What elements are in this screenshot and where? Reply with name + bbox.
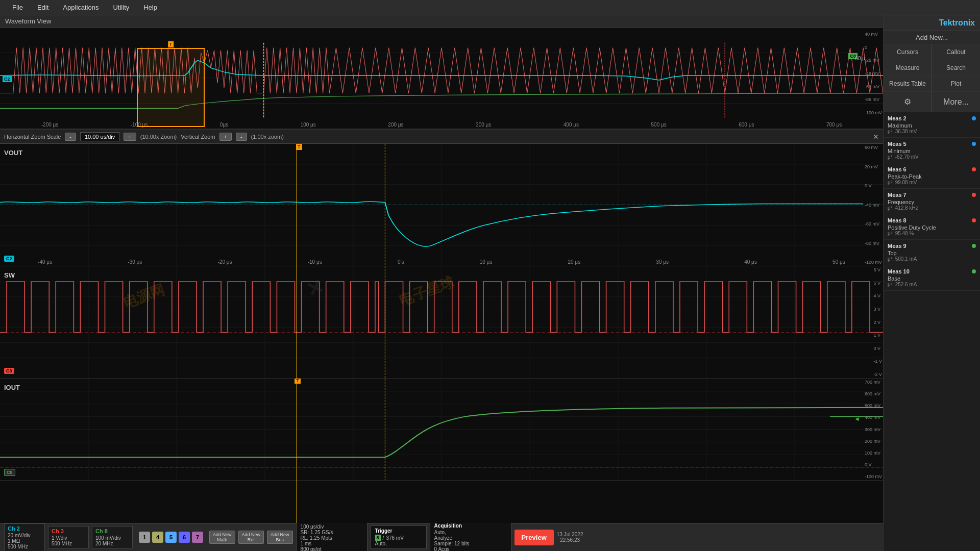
h-scale-increase[interactable]: + bbox=[124, 133, 136, 141]
meas10-title: Meas 10 bbox=[888, 268, 910, 274]
vout-channel-panel: VOUT C2 -40 μs-30 μs-20 μs-10 μs0's 10 μ… bbox=[0, 144, 883, 266]
measurements-list: Meas 2 Maximum μ²: 36.38 mV Meas 5 Minim… bbox=[884, 112, 980, 291]
more-button[interactable]: More... bbox=[932, 92, 980, 112]
datetime-display: 13 Jul 2022 22:56:23 bbox=[557, 532, 583, 543]
ch8-name: Ch 8 bbox=[95, 528, 129, 534]
meas2-item[interactable]: Meas 2 Maximum μ²: 36.38 mV bbox=[884, 112, 980, 138]
overview-time-axis: -200 μs -100 μs 0μs 100 μs 200 μs 300 μs… bbox=[0, 122, 883, 128]
ch1-square[interactable]: 1 bbox=[139, 532, 150, 543]
acquisition-info[interactable]: Acquisition Auto, Analyze Sample: 12 bit… bbox=[430, 520, 511, 552]
meas6-name: Peak-to-Peak bbox=[888, 173, 976, 180]
c8-badge[interactable]: C8 bbox=[4, 469, 15, 476]
menu-applications[interactable]: Applications bbox=[56, 2, 106, 13]
time-label: 400 μs bbox=[564, 122, 579, 128]
results-table-button[interactable]: Results Table bbox=[884, 76, 932, 91]
acq-analyze: Analyze bbox=[434, 535, 507, 541]
settings-icon-btn[interactable]: ⚙ bbox=[884, 92, 932, 112]
waveform-view-title: Waveform View bbox=[5, 17, 51, 25]
sw-label: SW bbox=[4, 271, 15, 279]
callout-button[interactable]: Callout bbox=[932, 44, 980, 60]
menu-bar: File Edit Applications Utility Help bbox=[0, 0, 980, 15]
trigger-label: Trigger bbox=[375, 528, 422, 534]
meas5-value: μ²: -62.70 mV bbox=[888, 154, 976, 160]
time-label: 700 μs bbox=[826, 122, 842, 128]
v-label: -66 mV bbox=[865, 84, 882, 89]
cursors-button[interactable]: Cursors bbox=[884, 44, 932, 60]
meas7-item[interactable]: Meas 7 Frequency μ²: 412.8 kHz bbox=[884, 189, 980, 214]
plot-button[interactable]: Plot bbox=[932, 76, 980, 91]
time-label: 300 μs bbox=[476, 122, 491, 128]
measure-button[interactable]: Measure bbox=[884, 60, 932, 76]
sidebar-row-2: Measure Search bbox=[884, 60, 980, 76]
v-label: 40 mV bbox=[865, 32, 882, 37]
horiz-scale: 100 μs/div bbox=[301, 524, 363, 530]
right-sidebar: Tektronix Add New... Cursors Callout Mea… bbox=[883, 15, 980, 551]
meas8-name: Positive Duty Cycle bbox=[888, 224, 976, 231]
meas2-value: μ²: 36.38 mV bbox=[888, 129, 976, 134]
trigger-level: 376 mV bbox=[386, 535, 403, 541]
sw-waveform bbox=[0, 266, 883, 378]
menu-file[interactable]: File bbox=[5, 2, 30, 13]
meas7-name: Frequency bbox=[888, 199, 976, 205]
sw-channel-panel: SW C3 6 V5 V4 V3 V2 V1 V0 V-1 V-2 V 电源网 … bbox=[0, 266, 883, 379]
add-ref-group: Add NewRef bbox=[238, 531, 264, 544]
iout-v-scale: 700 mV600 mV500 mV400 mV300 mV200 mV100 … bbox=[865, 379, 882, 480]
ch2-scale: 20 mV/div bbox=[8, 533, 41, 538]
meas2-title: Meas 2 bbox=[888, 115, 906, 121]
meas6-dot bbox=[972, 167, 976, 171]
overview-panel[interactable]: T 40 mV 0 -26 mV -48 mV -66 mV -86 mV -1… bbox=[0, 28, 883, 130]
sidebar-row-1: Cursors Callout bbox=[884, 44, 980, 60]
waveform-area: Waveform View T bbox=[0, 15, 883, 551]
meas5-item[interactable]: Meas 5 Minimum μ²: -62.70 mV bbox=[884, 138, 980, 163]
ch3-info[interactable]: Ch 3 1 V/div 500 MHz bbox=[48, 526, 89, 548]
ch8-info[interactable]: Ch 8 100 mV/div 20 MHz bbox=[92, 526, 133, 548]
menu-help[interactable]: Help bbox=[136, 2, 164, 13]
iout-channel-panel: T bbox=[0, 379, 883, 481]
v-zoom-label: Vertical Zoom bbox=[181, 134, 215, 140]
date-label: 13 Jul 2022 bbox=[557, 532, 583, 537]
c3-badge[interactable]: C3 bbox=[4, 368, 14, 374]
h-scale-decrease[interactable]: - bbox=[65, 133, 76, 141]
v-zoom-decrease[interactable]: + bbox=[219, 133, 232, 141]
ch2-bw: 500 MHz bbox=[8, 544, 41, 549]
ch5-square[interactable]: 5 bbox=[165, 532, 177, 543]
meas5-dot bbox=[972, 142, 976, 146]
trigger-ch-badge: 8 bbox=[375, 535, 381, 541]
overview-waveform bbox=[0, 28, 883, 129]
meas9-item[interactable]: Meas 9 Top μ²: 500.1 mA bbox=[884, 240, 980, 265]
main-layout: Waveform View T bbox=[0, 15, 980, 551]
ch2-info[interactable]: Ch 2 20 mV/div 1 MΩ 500 MHz bbox=[4, 523, 45, 552]
menu-utility[interactable]: Utility bbox=[106, 2, 136, 13]
zoomed-waveform-area: T bbox=[0, 144, 883, 523]
cursor-line-0s[interactable]: T bbox=[296, 144, 297, 523]
menu-edit[interactable]: Edit bbox=[30, 2, 56, 13]
vout-waveform bbox=[0, 144, 883, 266]
search-button[interactable]: Search bbox=[932, 60, 980, 76]
trigger-info[interactable]: Trigger 8 / 376 mV Auto, bbox=[371, 525, 427, 549]
preview-button[interactable]: Preview bbox=[514, 530, 554, 545]
meas6-item[interactable]: Meas 6 Peak-to-Peak μ²: 99.08 mV bbox=[884, 163, 980, 189]
acq-sample: Sample: 12 bits bbox=[434, 541, 507, 546]
meas8-item[interactable]: Meas 8 Positive Duty Cycle μ²: 95.48 % bbox=[884, 214, 980, 240]
zoom-close-btn[interactable]: ✕ bbox=[873, 133, 879, 141]
ch4-square[interactable]: 4 bbox=[152, 532, 163, 543]
ch7-square[interactable]: 7 bbox=[192, 532, 203, 543]
add-bus-group: Add NewBus bbox=[267, 531, 293, 544]
v-zoom-increase[interactable]: - bbox=[236, 133, 247, 141]
meas7-value: μ²: 412.8 kHz bbox=[888, 205, 976, 211]
iout-waveform bbox=[0, 379, 883, 480]
h-scale-value: 10.00 us/div bbox=[80, 132, 119, 141]
meas10-item[interactable]: Meas 10 Base μ²: 252.6 mA bbox=[884, 265, 980, 291]
channel-squares: 1 4 5 6 7 bbox=[139, 532, 203, 543]
vout-v-scale: 60 mV20 mV0 V-40 mV-60 mV-80 mV-100 mV bbox=[865, 144, 882, 266]
add-new-button[interactable]: Add New... bbox=[884, 31, 980, 44]
add-new-math-btn[interactable]: Add NewMath bbox=[209, 531, 235, 544]
watermark-x: ✕ bbox=[303, 274, 327, 303]
acq-mode: Auto, bbox=[434, 530, 507, 535]
overview-c2-badge: C2 bbox=[3, 76, 12, 82]
add-new-bus-btn[interactable]: Add NewBus bbox=[267, 531, 293, 544]
ch6-square[interactable]: 6 bbox=[179, 532, 190, 543]
v-label: 0 bbox=[865, 45, 882, 50]
c2-badge[interactable]: C2 bbox=[4, 256, 14, 262]
add-new-ref-btn[interactable]: Add NewRef bbox=[238, 531, 264, 544]
